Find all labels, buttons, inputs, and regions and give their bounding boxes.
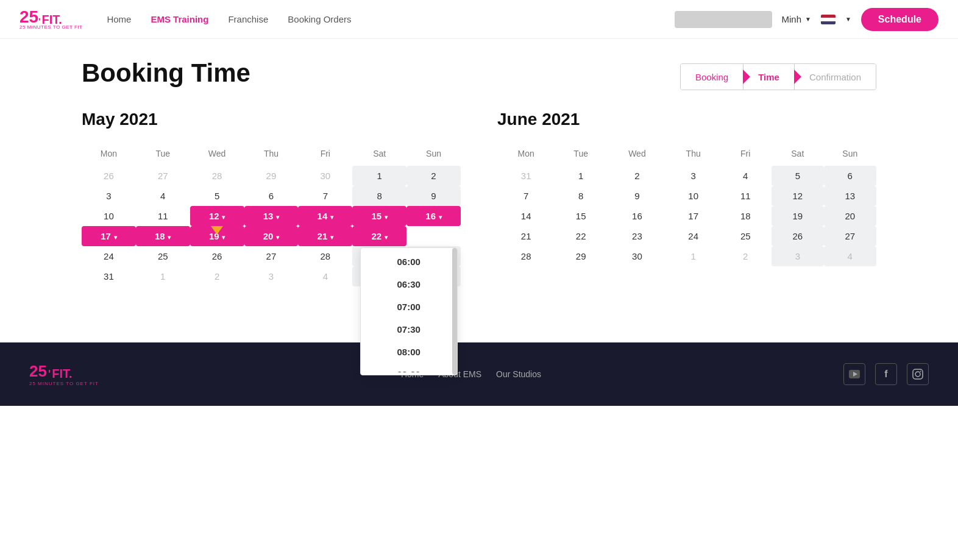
calendar-day[interactable]: 2: [406, 166, 461, 186]
step-time[interactable]: Time: [743, 64, 795, 90]
calendar-day[interactable]: 28: [497, 246, 555, 266]
svg-rect-2: [913, 369, 923, 379]
time-option[interactable]: 08:30: [361, 363, 457, 372]
calendar-day[interactable]: 15 ▾: [352, 206, 406, 226]
scrollbar[interactable]: [452, 248, 457, 375]
steps-bar: Booking Time Confirmation: [680, 63, 876, 90]
calendar-day[interactable]: 6: [244, 186, 299, 206]
calendar-day: 4: [824, 246, 876, 266]
calendar-day[interactable]: 4: [719, 166, 772, 186]
calendar-day[interactable]: 5: [190, 186, 244, 206]
calendar-day[interactable]: 4: [136, 186, 190, 206]
calendar-day[interactable]: 23: [607, 226, 667, 246]
time-option[interactable]: 06:30: [361, 273, 457, 296]
calendar-day[interactable]: 5: [772, 166, 824, 186]
calendar-day: 27: [136, 166, 190, 186]
footer-logo-apostrophe: ': [48, 368, 51, 381]
nav-home[interactable]: Home: [107, 14, 131, 24]
calendar-day[interactable]: 11: [136, 206, 190, 226]
calendar-day[interactable]: 15: [555, 206, 607, 226]
calendar-day[interactable]: 18 ▾: [136, 226, 190, 246]
facebook-icon[interactable]: f: [875, 363, 897, 385]
calendar-day[interactable]: 16: [607, 206, 667, 226]
calendar-day[interactable]: 13 ▾: [244, 206, 299, 226]
calendar-day[interactable]: 11: [719, 186, 772, 206]
calendar-day[interactable]: 2: [607, 166, 667, 186]
dropdown-arrow-icon: ▾: [274, 214, 279, 221]
time-option[interactable]: 08:00: [361, 341, 457, 363]
calendar-day[interactable]: 6: [824, 166, 876, 186]
calendar-day[interactable]: 19: [772, 206, 824, 226]
calendar-day[interactable]: 21 ▾: [298, 226, 352, 246]
dropdown-arrow-icon: ▾: [112, 234, 117, 241]
calendar-day[interactable]: 25: [719, 226, 772, 246]
calendar-day[interactable]: 18: [719, 206, 772, 226]
calendar-day[interactable]: 9: [607, 186, 667, 206]
calendar-day[interactable]: 1: [352, 166, 406, 186]
footer-link-studios[interactable]: Our Studios: [496, 369, 541, 379]
dropdown-arrow-icon: ▾: [437, 214, 442, 221]
calendar-day[interactable]: 25: [136, 246, 190, 266]
step-booking[interactable]: Booking: [681, 64, 743, 90]
calendar-day[interactable]: 26: [772, 226, 824, 246]
calendar-day[interactable]: 22 ▾ 06:0006:3007:0007:3008:0008:3009:00: [352, 226, 406, 246]
calendar-day[interactable]: 17 ▾: [82, 226, 136, 246]
calendar-day[interactable]: 7: [298, 186, 352, 206]
calendar-day[interactable]: 27: [824, 226, 876, 246]
time-dropdown: 06:0006:3007:0007:3008:0008:3009:00: [360, 247, 458, 375]
calendar-day[interactable]: 10: [667, 186, 720, 206]
nav-booking-orders[interactable]: Booking Orders: [288, 14, 351, 24]
user-menu[interactable]: Minh ▼: [782, 14, 811, 24]
instagram-icon[interactable]: [907, 363, 929, 385]
time-option[interactable]: 07:00: [361, 296, 457, 318]
dropdown-arrow-icon: ▾: [383, 214, 388, 221]
calendar-day[interactable]: 21: [497, 226, 555, 246]
calendar-day[interactable]: 13: [824, 186, 876, 206]
calendar-day: 26: [82, 166, 136, 186]
youtube-icon[interactable]: [843, 363, 865, 385]
nav-ems-training[interactable]: EMS Training: [151, 14, 208, 24]
logo[interactable]: 25 ' FIT. 25 MINUTES TO GET FIT: [20, 9, 82, 30]
calendar-day[interactable]: 16 ▾: [406, 206, 461, 226]
calendar-day[interactable]: 17: [667, 206, 720, 226]
weekday-header: Fri: [719, 144, 772, 166]
user-name: Minh: [782, 14, 802, 24]
calendar-day[interactable]: 8: [555, 186, 607, 206]
calendar-day[interactable]: 26: [190, 246, 244, 266]
nav-franchise[interactable]: Franchise: [228, 14, 268, 24]
calendar-day[interactable]: 24: [82, 246, 136, 266]
dropdown-arrow-icon: ▾: [221, 234, 225, 241]
calendar-day[interactable]: 8: [352, 186, 406, 206]
calendar-day[interactable]: 31: [82, 266, 136, 286]
time-option[interactable]: 06:00: [361, 250, 457, 273]
calendar-day[interactable]: 3: [82, 186, 136, 206]
calendar-day[interactable]: 14 ▾: [298, 206, 352, 226]
calendar-day[interactable]: [406, 226, 461, 246]
calendar-day[interactable]: 1: [555, 166, 607, 186]
calendar-day[interactable]: 7: [497, 186, 555, 206]
calendar-day[interactable]: 3: [667, 166, 720, 186]
calendar-day[interactable]: 28: [298, 246, 352, 266]
calendar-day: 29: [244, 166, 299, 186]
calendar-day[interactable]: 12: [772, 186, 824, 206]
schedule-button[interactable]: Schedule: [861, 8, 938, 31]
calendar-day[interactable]: 20: [824, 206, 876, 226]
step-confirmation[interactable]: Confirmation: [795, 64, 876, 90]
time-option[interactable]: 07:30: [361, 318, 457, 341]
calendar-day[interactable]: 22: [555, 226, 607, 246]
calendar-day[interactable]: 14: [497, 206, 555, 226]
weekday-header: Sun: [406, 144, 461, 166]
calendar-day[interactable]: 30: [607, 246, 667, 266]
calendar-day[interactable]: 9: [406, 186, 461, 206]
weekday-header: Sun: [824, 144, 876, 166]
weekday-header: Thu: [667, 144, 720, 166]
calendar-day[interactable]: 10: [82, 206, 136, 226]
calendar-day[interactable]: 12 ▾: [190, 206, 244, 226]
flag-icon[interactable]: [821, 15, 836, 24]
calendar-day[interactable]: 20 ▾: [244, 226, 299, 246]
calendar-day[interactable]: 27: [244, 246, 299, 266]
calendar-day[interactable]: 24: [667, 226, 720, 246]
calendar-day[interactable]: 29: [555, 246, 607, 266]
search-input[interactable]: [675, 11, 772, 28]
nav-links: Home EMS Training Franchise Booking Orde…: [107, 14, 674, 25]
